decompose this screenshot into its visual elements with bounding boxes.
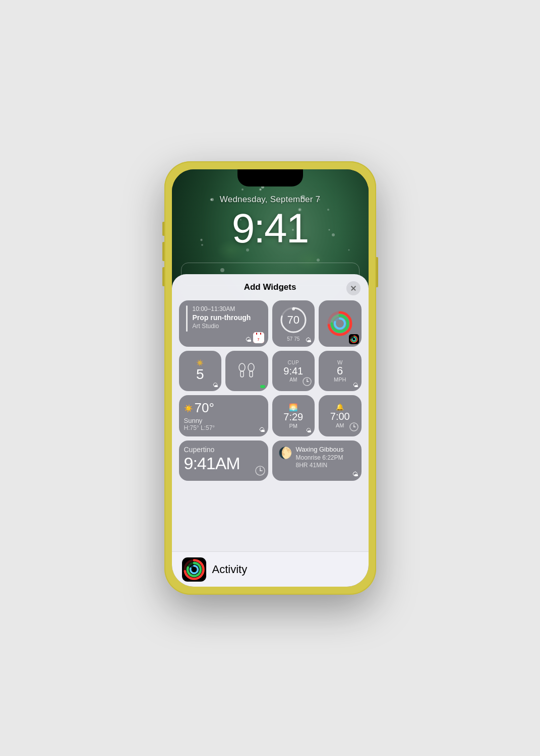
widget-calendar[interactable]: 10:00–11:30AM Prop run-through Art Studi… (179, 300, 268, 347)
activity-ring-footer (182, 557, 206, 582)
svg-rect-34 (241, 371, 244, 377)
widget-airpods[interactable] (225, 351, 268, 391)
weather-icon-temp: 🌤 (306, 337, 312, 344)
wind-content: W 6 MPH (334, 359, 346, 383)
temp-gauge-values: 70 (287, 314, 299, 326)
widget-wind[interactable]: W 6 MPH 🌤 (319, 351, 362, 391)
sunset-content: 🌅 7:29 PM (283, 403, 303, 429)
widget-moon[interactable]: 🌔 Waxing Gibbous Moonrise 6:22PM 8HR 41M… (272, 440, 362, 481)
calendar-app-icon: 7 (253, 332, 264, 343)
widget-temperature[interactable]: 70 57 75 🌤 (272, 300, 315, 347)
moon-content: 🌔 Waxing Gibbous Moonrise 6:22PM 8HR 41M… (278, 446, 355, 469)
svg-point-8 (242, 188, 244, 191)
widget-uv-index[interactable]: ☀️ 5 🌤 (179, 351, 222, 391)
svg-point-15 (317, 259, 320, 262)
weather-sun-icon: ☀️ (184, 404, 193, 412)
weather-icon-uv: 🌤 (213, 382, 218, 388)
calendar-accent-bar (186, 305, 188, 332)
activity-footer: Activity (172, 551, 369, 587)
weather-icon-wind: 🌤 (353, 382, 358, 388)
weather-icon-wide: 🌤 (259, 426, 265, 433)
calendar-event-name: Prop run-through (193, 313, 263, 322)
close-button[interactable] (346, 281, 361, 295)
volume-down-button[interactable] (162, 267, 164, 286)
volume-up-button[interactable] (162, 242, 164, 261)
activity-app-icon (349, 334, 359, 344)
notch (237, 169, 303, 186)
svg-rect-36 (250, 371, 253, 377)
widget-grid: 10:00–11:30AM Prop run-through Art Studi… (172, 297, 369, 488)
sheet-header: Add Widgets (172, 274, 369, 297)
svg-point-35 (248, 363, 254, 371)
widget-activity-rings[interactable] (319, 300, 362, 347)
phone-screen: Wednesday, September 7 9:41 Add Widgets … (172, 169, 369, 587)
uv-content: ☀️ 5 (196, 359, 204, 383)
lock-date: Wednesday, September 7 (172, 195, 369, 205)
alarm-content: 🔔 7:00 AM (330, 403, 350, 428)
widget-weather-wide[interactable]: ☀️ 70° Sunny H:75° L:57° 🌤 (179, 395, 268, 436)
widget-cupertino-clock[interactable]: Cupertino 9:41AM (179, 440, 268, 481)
battery-indicator (260, 385, 265, 388)
clock-icon-cupertino (255, 466, 265, 478)
weather-icon-calendar: 🌤 (246, 336, 252, 343)
cup-clock-content: CUP 9:41 AM (283, 360, 303, 383)
clock-icon-cup (303, 377, 312, 388)
calendar-location: Art Studio (193, 323, 263, 330)
add-widgets-sheet: Add Widgets 10:00–11:30AM Prop run-throu… (172, 274, 369, 587)
airpods-content (236, 356, 257, 386)
phone-frame: Wednesday, September 7 9:41 Add Widgets … (164, 161, 376, 595)
calendar-time-range: 10:00–11:30AM (193, 305, 263, 312)
calendar-info: 10:00–11:30AM Prop run-through Art Studi… (193, 305, 263, 330)
moon-icon: 🌔 (278, 447, 292, 460)
weather-icon-moon: 🌤 (352, 471, 358, 478)
temp-gauge-range: 57 75 (287, 336, 299, 342)
power-button[interactable] (376, 257, 378, 287)
alarm-bell-icon: 🔔 (330, 403, 350, 411)
svg-point-20 (292, 307, 295, 310)
weather-temp-line: ☀️ 70° (184, 400, 263, 416)
mute-button[interactable] (162, 222, 164, 236)
weather-icon-sunset: 🌤 (306, 427, 312, 433)
temp-gauge-circle: 70 (279, 305, 308, 335)
moon-text: Waxing Gibbous Moonrise 6:22PM 8HR 41MIN (296, 446, 344, 469)
sunset-icon: 🌅 (283, 403, 303, 411)
lock-time: 9:41 (172, 205, 369, 252)
svg-point-33 (239, 363, 245, 371)
footer-activity-label: Activity (212, 563, 248, 576)
widget-sunset[interactable]: 🌅 7:29 PM 🌤 (272, 395, 315, 436)
clock-icon-alarm (349, 422, 358, 433)
widget-cup-clock[interactable]: CUP 9:41 AM (272, 351, 315, 391)
widget-alarm[interactable]: 🔔 7:00 AM (319, 395, 362, 436)
weather-hl: H:75° L:57° (184, 424, 263, 431)
sheet-title: Add Widgets (244, 282, 296, 292)
